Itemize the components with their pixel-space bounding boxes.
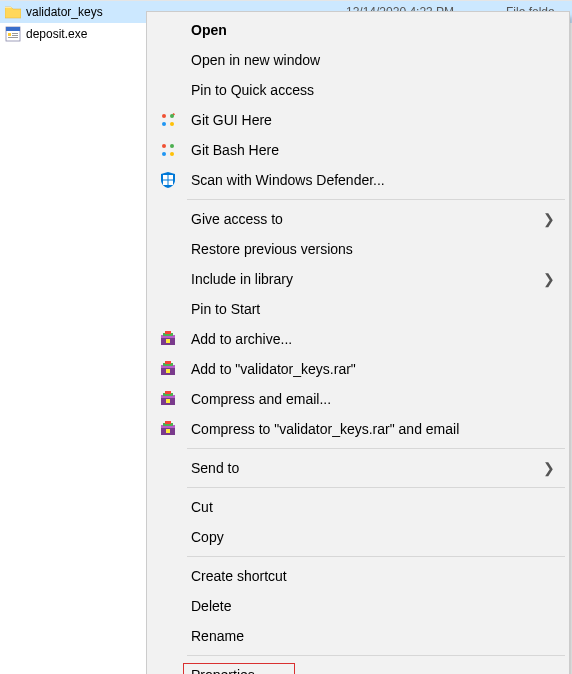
menu-pin-to-start[interactable]: Pin to Start	[149, 294, 567, 324]
menu-label: Add to archive...	[183, 331, 292, 347]
menu-scan-defender[interactable]: Scan with Windows Defender...	[149, 165, 567, 195]
chevron-right-icon: ❯	[543, 211, 555, 227]
winrar-icon	[153, 387, 183, 411]
menu-separator	[187, 487, 565, 488]
defender-icon	[153, 168, 183, 192]
menu-git-gui[interactable]: Git GUI Here	[149, 105, 567, 135]
menu-send-to[interactable]: Send to ❯	[149, 453, 567, 483]
menu-label: Properties	[183, 667, 255, 674]
winrar-icon	[153, 327, 183, 351]
svg-rect-3	[12, 33, 18, 34]
menu-git-bash[interactable]: Git Bash Here	[149, 135, 567, 165]
menu-compress-and-email[interactable]: Compress and email...	[149, 384, 567, 414]
svg-point-10	[170, 122, 174, 126]
svg-rect-22	[165, 331, 171, 334]
svg-point-9	[162, 122, 166, 126]
menu-delete[interactable]: Delete	[149, 591, 567, 621]
chevron-right-icon: ❯	[543, 460, 555, 476]
menu-label: Delete	[183, 598, 231, 614]
menu-label: Git GUI Here	[183, 112, 272, 128]
menu-label: Git Bash Here	[183, 142, 279, 158]
svg-rect-28	[166, 369, 170, 373]
menu-add-to-archive[interactable]: Add to archive...	[149, 324, 567, 354]
menu-label: Pin to Quick access	[183, 82, 314, 98]
winrar-icon	[153, 357, 183, 381]
menu-label: Compress and email...	[183, 391, 331, 407]
menu-label: Create shortcut	[183, 568, 287, 584]
menu-label: Open in new window	[183, 52, 320, 68]
menu-label: Send to	[183, 460, 239, 476]
svg-rect-38	[166, 429, 170, 433]
menu-label: Open	[183, 22, 227, 38]
chevron-right-icon: ❯	[543, 271, 555, 287]
svg-rect-23	[166, 339, 170, 343]
svg-rect-18	[169, 181, 174, 186]
menu-label: Cut	[183, 499, 213, 515]
svg-rect-1	[6, 27, 20, 31]
svg-point-8	[170, 114, 174, 118]
menu-cut[interactable]: Cut	[149, 492, 567, 522]
menu-label: Compress to "validator_keys.rar" and ema…	[183, 421, 459, 437]
menu-properties[interactable]: Properties	[149, 660, 567, 674]
git-icon	[153, 108, 183, 132]
menu-label: Give access to	[183, 211, 283, 227]
menu-pin-quick-access[interactable]: Pin to Quick access	[149, 75, 567, 105]
menu-separator	[187, 556, 565, 557]
menu-label: Copy	[183, 529, 224, 545]
menu-separator	[187, 655, 565, 656]
svg-rect-2	[8, 33, 11, 36]
svg-point-12	[170, 144, 174, 148]
menu-label: Scan with Windows Defender...	[183, 172, 385, 188]
menu-label: Rename	[183, 628, 244, 644]
menu-open-new-window[interactable]: Open in new window	[149, 45, 567, 75]
folder-icon	[4, 3, 22, 21]
svg-rect-15	[163, 175, 168, 180]
menu-label: Add to "validator_keys.rar"	[183, 361, 356, 377]
svg-rect-37	[165, 421, 171, 424]
svg-rect-33	[166, 399, 170, 403]
menu-open[interactable]: Open	[149, 15, 567, 45]
context-menu: Open Open in new window Pin to Quick acc…	[146, 11, 570, 674]
menu-include-in-library[interactable]: Include in library ❯	[149, 264, 567, 294]
svg-point-11	[162, 144, 166, 148]
menu-rename[interactable]: Rename	[149, 621, 567, 651]
svg-point-7	[162, 114, 166, 118]
svg-rect-5	[8, 37, 18, 38]
svg-rect-4	[12, 35, 18, 36]
git-icon	[153, 138, 183, 162]
menu-copy[interactable]: Copy	[149, 522, 567, 552]
menu-give-access-to[interactable]: Give access to ❯	[149, 204, 567, 234]
menu-add-to-named-rar[interactable]: Add to "validator_keys.rar"	[149, 354, 567, 384]
exe-icon	[4, 25, 22, 43]
menu-label: Restore previous versions	[183, 241, 353, 257]
svg-rect-16	[169, 175, 174, 180]
menu-restore-previous[interactable]: Restore previous versions	[149, 234, 567, 264]
menu-compress-named-and-email[interactable]: Compress to "validator_keys.rar" and ema…	[149, 414, 567, 444]
menu-create-shortcut[interactable]: Create shortcut	[149, 561, 567, 591]
menu-label: Include in library	[183, 271, 293, 287]
svg-point-14	[170, 152, 174, 156]
svg-point-13	[162, 152, 166, 156]
menu-separator	[187, 448, 565, 449]
svg-rect-17	[163, 181, 168, 186]
svg-rect-32	[165, 391, 171, 394]
winrar-icon	[153, 417, 183, 441]
svg-rect-27	[165, 361, 171, 364]
menu-separator	[187, 199, 565, 200]
menu-label: Pin to Start	[183, 301, 260, 317]
